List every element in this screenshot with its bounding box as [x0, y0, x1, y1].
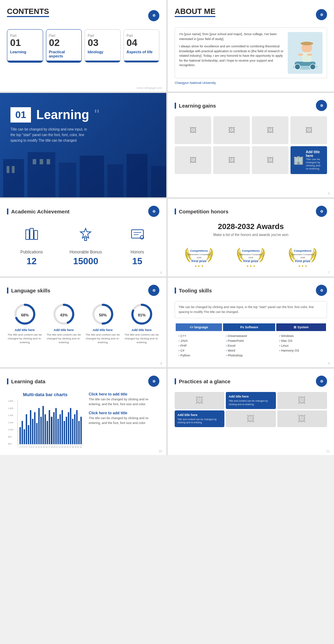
- circle-pct-text-1: 43%: [60, 313, 67, 317]
- chart-title: Multi-data bar charts: [7, 392, 84, 397]
- prac-content-1: Add title hereTitle and content can be c…: [229, 395, 273, 406]
- circle-title-2: Add title here: [85, 328, 120, 332]
- lang-skill-2: 50% Add title here The title and content…: [85, 303, 120, 345]
- tool-header-icon-1: Ps: [240, 325, 244, 329]
- practices-header: Practices at a glance ⚙: [175, 376, 327, 387]
- prac-img-icon-4: 🖼: [247, 414, 255, 424]
- x-label: 29: [74, 446, 77, 448]
- tool-header: Tooling skills ⚙: [175, 285, 327, 296]
- about-title: ABOUT ME: [175, 7, 215, 17]
- award-item-0: ★ ★ ★ Competitions Mathematics Competiti…: [175, 242, 224, 269]
- circle-pct-text-0: 68%: [21, 313, 29, 317]
- bar-13: [47, 421, 48, 444]
- stat-icon-0: [20, 226, 43, 246]
- svg-rect-28: [132, 230, 143, 238]
- circle-desc-0: The title and content can be changed by …: [7, 333, 42, 345]
- circle-pct-text-2: 50%: [99, 313, 106, 317]
- comp-header: Competition honors ⚙: [175, 206, 327, 217]
- img-placeholder-icon: 🖼: [267, 156, 274, 164]
- circle-title-3: Add title here: [124, 328, 159, 332]
- lang-skill-1: 43% Add title here The title and content…: [46, 303, 81, 345]
- tool-item: PHP: [178, 343, 219, 348]
- bar-7: [34, 412, 35, 444]
- y-label: 800: [8, 436, 13, 438]
- card-bottom-bar: [46, 61, 82, 62]
- gains-title: Learning gains: [175, 103, 216, 109]
- tool-header-0: <> language: [176, 323, 222, 331]
- svg-text:Mathematics Competition: Mathematics Competition: [187, 253, 211, 256]
- img-placeholder-icon: 🖼: [305, 126, 312, 134]
- x-label: 5: [26, 446, 27, 448]
- learning-num: 01: [10, 107, 31, 123]
- bar-25: [72, 419, 73, 444]
- tool-list-0: C++JAVAPHPC#Python: [176, 332, 222, 359]
- x-label: 30: [77, 446, 79, 448]
- academic-header: Academic Achievement ⚙: [7, 206, 159, 217]
- laurel-svg-2: ★ ★ ★ Competitions Mathematics Competiti…: [287, 242, 318, 268]
- practice-cell-2: 🖼: [277, 392, 327, 409]
- bar-9: [38, 408, 40, 444]
- bar-5: [30, 410, 31, 444]
- contents-title: CONTENTS: [7, 7, 49, 17]
- img-placeholder-icon: 🖼: [228, 126, 235, 134]
- practices-grid: 🖼Add title hereTitle and content can be …: [175, 392, 327, 427]
- y-label: 1,200: [8, 422, 13, 424]
- practice-cell-1: Add title hereTitle and content can be c…: [226, 392, 276, 409]
- gain-cell-3: 🖼: [291, 116, 327, 144]
- page-num-6: 6: [160, 271, 162, 274]
- circles-row: 68% Add title here The title and content…: [7, 303, 159, 345]
- practices-title: Practices at a glance: [175, 378, 230, 384]
- stat-icon-1: [70, 226, 102, 246]
- lang-skill-3: 81% Add title here The title and content…: [124, 303, 159, 345]
- comp-subtitle: Make a list of the honors and awards you…: [175, 233, 327, 237]
- logo-icon-gains: ⚙: [316, 100, 327, 111]
- svg-text:2028: 2028: [197, 257, 202, 259]
- card-bottom-bar: [7, 61, 43, 62]
- bar-6: [32, 419, 33, 444]
- about-body: I always strive for excellence and am co…: [179, 44, 284, 68]
- gain-text: Add title here Title can be changed by c…: [306, 150, 324, 170]
- page-num-11: 11: [326, 449, 330, 453]
- about-header: ABOUT ME ⚙: [175, 7, 327, 22]
- x-label: 31: [80, 446, 82, 448]
- x-label: 16: [46, 446, 48, 448]
- svg-rect-25: [34, 230, 38, 239]
- svg-text:Competitions: Competitions: [294, 249, 312, 252]
- logo-icon: ⚙: [148, 10, 159, 21]
- click1-title[interactable]: Click here to add title: [89, 392, 159, 396]
- content-card-03: Part 03 Ideology: [85, 29, 121, 63]
- x-label: 11: [32, 446, 34, 448]
- bar-18: [57, 419, 59, 444]
- x-label: 4: [24, 446, 25, 448]
- part-name: Learning: [10, 50, 40, 54]
- tool-header-icon-0: <>: [190, 325, 193, 329]
- progress-ring-1: 43%: [53, 303, 75, 325]
- x-label: 12: [35, 446, 37, 448]
- svg-text:2028: 2028: [248, 257, 253, 259]
- tool-item: Photoshop: [226, 353, 272, 358]
- data-title: Learning data: [7, 378, 45, 384]
- gain-cell-7: 🏢 Add title here Title can be changed by…: [291, 146, 327, 174]
- part-num: 03: [88, 38, 118, 48]
- gain-cell-4: 🖼: [175, 146, 211, 174]
- svg-rect-7: [303, 42, 310, 45]
- practices-panel: Practices at a glance ⚙ 🖼Add title hereT…: [168, 369, 334, 455]
- lang-header: Language skills ⚙: [7, 285, 159, 296]
- logo-icon-tool: ⚙: [316, 285, 327, 296]
- bar-20: [62, 410, 63, 444]
- tool-item: Harmony OS: [279, 348, 323, 353]
- svg-text:First prize: First prize: [192, 259, 207, 263]
- bar-27: [76, 410, 78, 444]
- bar-1: [22, 421, 23, 444]
- svg-rect-13: [59, 163, 76, 197]
- tool-item: JAVA: [178, 338, 219, 343]
- y-labels: 1,8001,6001,4001,2001,000800600: [8, 400, 13, 445]
- circle-wrap-3: 81%: [130, 303, 153, 325]
- gain-active-content: 🏢 Add title here Title can be changed by…: [291, 147, 327, 173]
- logo-icon-practices: ⚙: [316, 376, 327, 387]
- tool-item: C#: [178, 348, 219, 353]
- click2-title[interactable]: Click here to add title: [89, 411, 159, 415]
- circle-pct-text-3: 81%: [138, 313, 145, 317]
- tool-item: PowerPoint: [226, 338, 272, 343]
- content-card-01: Part 01 Learning: [7, 29, 43, 63]
